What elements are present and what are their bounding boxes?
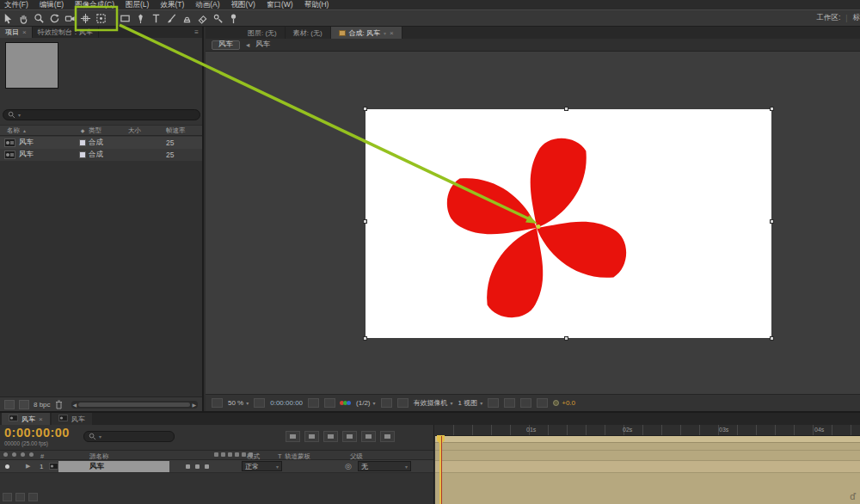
blend-mode-select[interactable]: 正常▾	[242, 461, 282, 471]
safe-guides-icon[interactable]	[254, 398, 265, 408]
panel-menu-icon[interactable]: ≡	[191, 27, 202, 38]
menu-edit[interactable]: 编辑(E)	[40, 0, 64, 10]
resolution-select[interactable]: (1/2)▾	[356, 399, 375, 407]
mask-rectangle-tool[interactable]	[117, 10, 132, 26]
timeline-search-input[interactable]: ▾	[83, 431, 175, 442]
menu-composition[interactable]: 图像合成(C)	[75, 0, 114, 10]
layer-duration-bar[interactable]	[435, 460, 860, 473]
text-tool[interactable]	[148, 10, 163, 26]
layer-handle[interactable]	[363, 336, 367, 341]
timeline-tab-inactive[interactable]: 风车	[52, 413, 92, 425]
parent-pickwhip-icon[interactable]: ◎	[345, 462, 352, 470]
expand-layer-switches-icon[interactable]	[3, 493, 12, 501]
flowchart-button-icon[interactable]	[537, 398, 548, 408]
scroll-right-icon[interactable]: ▶	[192, 402, 196, 408]
close-icon[interactable]: ×	[390, 29, 394, 37]
layer-name-selected[interactable]: 风车	[58, 461, 169, 472]
layer-handle[interactable]	[363, 107, 367, 111]
timeline-button-icon[interactable]	[520, 398, 531, 408]
hide-shy-layers-icon[interactable]	[323, 431, 338, 442]
pixel-aspect-icon[interactable]	[488, 398, 499, 408]
show-snapshot-icon[interactable]	[324, 398, 335, 408]
new-folder-icon[interactable]	[19, 400, 29, 409]
layer-handle[interactable]	[770, 107, 774, 111]
snapshot-icon[interactable]	[308, 398, 319, 408]
tab-effect-controls[interactable]: 特效控制台：风车	[33, 27, 99, 38]
selection-tool[interactable]	[0, 10, 15, 26]
expand-in-out-icon[interactable]	[28, 493, 38, 501]
menu-file[interactable]: 文件(F)	[4, 0, 28, 10]
menu-window[interactable]: 窗口(W)	[267, 0, 293, 10]
timeline-tab-active[interactable]: 风车 ×	[2, 413, 50, 425]
close-icon[interactable]: ×	[39, 415, 43, 423]
workspace-label[interactable]: 工作区:	[816, 13, 840, 23]
region-of-interest-icon[interactable]	[381, 398, 392, 408]
expand-transfer-controls-icon[interactable]	[15, 493, 25, 501]
layer-handle[interactable]	[564, 336, 568, 341]
graph-editor-icon[interactable]	[380, 431, 395, 442]
camera-tool[interactable]	[62, 10, 77, 26]
layer-switches[interactable]	[186, 464, 209, 469]
current-timecode[interactable]: 0:00:00:00	[4, 426, 70, 439]
layer-handle[interactable]	[770, 219, 774, 224]
view-layout-select[interactable]: 1 视图▾	[458, 398, 483, 408]
zoom-tool[interactable]	[31, 10, 46, 26]
composition-canvas[interactable]	[366, 109, 771, 338]
label-color-swatch[interactable]	[77, 151, 89, 158]
timeline-track-area[interactable]: 01s 02s 03s 04s ď	[435, 425, 860, 504]
breadcrumb-current[interactable]: 风车	[255, 40, 270, 50]
horizontal-scrollbar[interactable]: ◀▶	[71, 401, 198, 409]
menu-view[interactable]: 视图(V)	[231, 0, 255, 10]
tab-layer-viewer[interactable]: 图层: (无)	[240, 27, 286, 39]
channels-icon[interactable]	[341, 401, 351, 405]
trash-icon[interactable]	[55, 400, 63, 409]
project-item-row[interactable]: 风车 合成 25	[0, 137, 202, 149]
frame-blend-icon[interactable]	[342, 431, 357, 442]
time-ruler[interactable]: 01s 02s 03s 04s	[435, 425, 860, 436]
camera-select[interactable]: 有效摄像机▾	[414, 398, 453, 408]
menu-animation[interactable]: 动画(A)	[195, 0, 219, 10]
work-area-bar[interactable]	[435, 436, 860, 443]
menu-help[interactable]: 帮助(H)	[304, 0, 329, 10]
chevron-down-icon[interactable]: ▾	[384, 30, 386, 36]
label-color-swatch[interactable]	[77, 139, 89, 146]
tab-footage-viewer[interactable]: 素材: (无)	[286, 27, 331, 39]
viewer-timecode[interactable]: 0:00:00:00	[270, 399, 303, 407]
expand-arrow-icon[interactable]: ▶	[26, 463, 30, 470]
brush-tool[interactable]	[163, 10, 179, 26]
search-input[interactable]: ▾	[3, 109, 200, 120]
workspace-value[interactable]: 标	[853, 13, 860, 23]
roto-brush-tool[interactable]	[210, 10, 225, 26]
tab-composition-viewer[interactable]: 合成: 风车 ▾ ×	[331, 27, 402, 39]
parent-select[interactable]: 无▾	[358, 461, 411, 471]
puppet-pin-tool[interactable]	[225, 10, 241, 26]
draft-3d-icon[interactable]	[304, 431, 319, 442]
layer-handle[interactable]	[564, 107, 568, 111]
pen-tool[interactable]	[132, 10, 148, 26]
layer-handle[interactable]	[770, 336, 774, 341]
bit-depth-label[interactable]: 8 bpc	[34, 401, 51, 409]
fast-preview-icon[interactable]	[504, 398, 515, 408]
eye-icon[interactable]	[5, 464, 9, 469]
exposure-control[interactable]: +0.0	[553, 399, 575, 407]
close-icon[interactable]: ×	[22, 28, 27, 36]
hand-tool[interactable]	[15, 10, 31, 26]
mini-flowchart-icon[interactable]	[286, 431, 300, 442]
menu-layer[interactable]: 图层(L)	[126, 0, 149, 10]
breadcrumb-comp-chip[interactable]: 风车	[212, 40, 240, 50]
tab-project[interactable]: 项目 ×	[0, 27, 33, 38]
interpret-footage-icon[interactable]	[4, 400, 15, 409]
motion-blur-icon[interactable]	[361, 431, 376, 442]
pan-behind-anchor-tool[interactable]	[93, 10, 108, 26]
scroll-left-icon[interactable]: ◀	[73, 402, 77, 408]
project-item-row[interactable]: 风车 合成 25	[0, 149, 202, 161]
composition-viewer[interactable]	[206, 52, 860, 394]
zoom-level-select[interactable]: 50 %▾	[228, 399, 249, 407]
menu-effect[interactable]: 效果(T)	[160, 0, 184, 10]
rotate-tool[interactable]	[46, 10, 62, 26]
layer-row[interactable]: ▶ 1 风车 正常▾ ◎ 无▾	[0, 460, 433, 473]
clone-stamp-tool[interactable]	[179, 10, 194, 26]
project-column-headers[interactable]: 名称▲ ◆ 类型 大小 帧速率	[0, 125, 202, 136]
always-preview-icon[interactable]	[212, 398, 223, 408]
transparency-grid-icon[interactable]	[397, 398, 408, 408]
